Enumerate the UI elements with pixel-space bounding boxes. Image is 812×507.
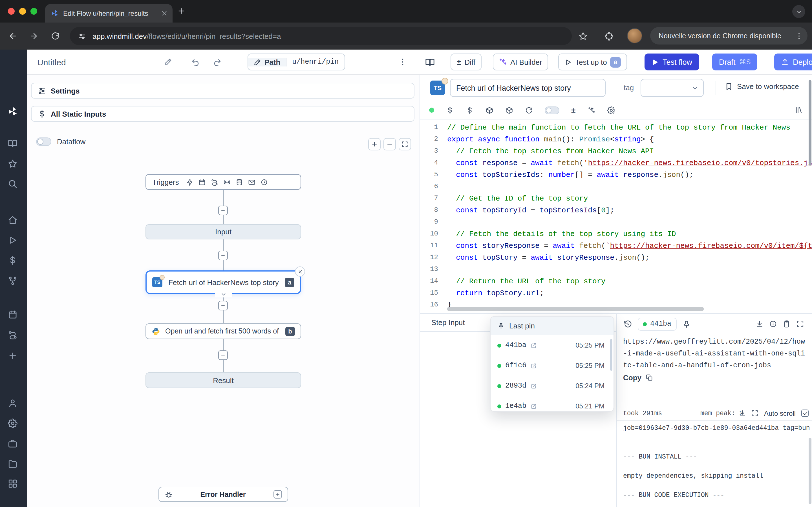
collapse-step-icon[interactable] <box>215 291 232 297</box>
code-editor[interactable]: 1// Define the main function to fetch th… <box>420 120 812 313</box>
sidebar-item-settings[interactable] <box>8 418 17 428</box>
back-icon[interactable] <box>8 32 17 41</box>
code-line[interactable]: 7 // Get the ID of the top story <box>420 193 812 205</box>
window-close-button[interactable] <box>8 8 15 15</box>
window-zoom-button[interactable] <box>31 8 37 15</box>
code-line[interactable]: 14 // Return the URL of the top story <box>420 276 812 287</box>
ai-assistant-icon[interactable] <box>587 106 595 114</box>
test-flow-button[interactable]: Test flow <box>645 54 699 70</box>
pin-menu-item[interactable]: 2893d 05:24 PM <box>491 376 613 396</box>
draft-button[interactable]: Draft ⌘S <box>712 54 758 70</box>
page-scrollbar[interactable] <box>809 80 811 166</box>
profile-avatar[interactable] <box>627 28 642 43</box>
fit-view-button[interactable] <box>399 138 411 151</box>
http-route-trigger-icon[interactable] <box>211 178 218 186</box>
window-minimize-button[interactable] <box>19 8 26 15</box>
pin-menu-item[interactable]: 6f1c6 05:25 PM <box>491 355 613 376</box>
webhook-trigger-icon[interactable] <box>186 178 193 186</box>
chrome-update-button[interactable]: Nouvelle version de Chrome disponible <box>650 27 808 45</box>
editor-hscrollbar[interactable] <box>447 307 704 311</box>
static-inputs-row[interactable]: All Static Inputs <box>31 106 414 122</box>
external-link-icon[interactable] <box>530 383 537 389</box>
ai-builder-button[interactable]: AI Builder <box>493 54 548 70</box>
sidebar-item-workers[interactable] <box>8 439 17 448</box>
tab-search-button[interactable] <box>792 5 805 18</box>
sidebar-item-runs[interactable] <box>8 235 17 245</box>
plus-minus-icon[interactable]: ± <box>571 106 575 115</box>
logs-scrollbar[interactable] <box>809 438 811 504</box>
code-line[interactable]: 15 return topStory.url; <box>420 287 812 299</box>
bookmark-star-icon[interactable] <box>578 32 588 41</box>
add-error-handler-icon[interactable] <box>273 490 282 499</box>
sidebar-item-home[interactable] <box>8 215 17 225</box>
pin-menu-item[interactable]: 441ba 05:25 PM <box>491 335 613 355</box>
extensions-icon[interactable] <box>605 32 613 41</box>
more-options-icon[interactable] <box>398 54 407 70</box>
diff-button[interactable]: ± Diff <box>451 54 481 70</box>
result-node[interactable]: Result <box>146 372 301 388</box>
auto-scroll-checkbox[interactable] <box>801 409 809 417</box>
expand-logs-icon[interactable] <box>751 409 758 417</box>
tab-step-input[interactable]: Step Input <box>432 318 465 327</box>
path-button[interactable]: Path <box>248 58 287 66</box>
sidebar-item-docs[interactable] <box>8 138 17 148</box>
dataflow-toggle[interactable] <box>36 137 51 146</box>
browser-menu-icon[interactable] <box>795 32 803 40</box>
sidebar-item-resources[interactable] <box>8 276 17 286</box>
path-value[interactable]: u/henri/pin <box>287 58 344 66</box>
email-trigger-icon[interactable] <box>248 178 255 186</box>
expand-result-icon[interactable] <box>796 320 804 328</box>
save-to-workspace-button[interactable]: Save to workspace <box>725 82 799 91</box>
poll-trigger-icon[interactable] <box>260 178 268 186</box>
test-up-to-button[interactable]: Test up to a <box>558 54 627 70</box>
new-tab-button[interactable] <box>177 7 186 15</box>
error-handler-node[interactable]: Error Handler <box>158 487 288 502</box>
tag-select[interactable] <box>641 79 704 97</box>
input-node[interactable]: Input <box>146 224 301 239</box>
assistant-panel-icon[interactable] <box>795 106 803 114</box>
flow-settings-row[interactable]: Settings <box>31 83 414 99</box>
code-line[interactable]: 12 const topStory = await storyResponse.… <box>420 252 812 264</box>
sidebar-item-favorites[interactable] <box>8 159 17 168</box>
history-icon[interactable] <box>624 320 632 328</box>
postgres-trigger-icon[interactable] <box>236 178 243 186</box>
code-line[interactable]: 4 const response = await fetch('https://… <box>420 157 812 169</box>
script-library-icon[interactable] <box>486 106 493 114</box>
reload-icon[interactable] <box>51 32 60 41</box>
address-bar[interactable]: app.windmill.dev/flows/edit/u/henri/pin_… <box>70 27 572 45</box>
step-b-node[interactable]: Open url and fetch first 500 words of ..… <box>146 323 301 339</box>
sidebar-item-users[interactable] <box>8 398 17 408</box>
code-line[interactable]: 6 <box>420 181 812 193</box>
code-line[interactable]: 10 // Fetch the details of the top story… <box>420 228 812 240</box>
diff-mode-toggle[interactable] <box>545 106 559 114</box>
deploy-button[interactable]: Deploy <box>774 54 812 70</box>
websocket-trigger-icon[interactable] <box>223 178 231 186</box>
sidebar-item-apps[interactable] <box>8 479 17 489</box>
triggers-node[interactable]: Triggers <box>146 174 301 190</box>
code-line[interactable]: 1// Define the main function to fetch th… <box>420 122 812 133</box>
code-line[interactable]: 3 // Fetch the top stories from Hacker N… <box>420 145 812 157</box>
add-step-button[interactable] <box>218 301 228 311</box>
flow-title[interactable]: Untitled <box>37 54 66 70</box>
popup-scrollbar[interactable] <box>610 339 612 371</box>
result-value[interactable]: https://www.geoffreylitt.com/2025/04/12/… <box>623 336 807 372</box>
code-line[interactable]: 13 <box>420 264 812 276</box>
code-line[interactable]: 11 const storyResponse = await fetch(`ht… <box>420 240 812 252</box>
editor-settings-icon[interactable] <box>607 106 615 114</box>
job-badge[interactable]: 441ba <box>638 318 676 330</box>
step-title-input[interactable] <box>450 79 606 97</box>
copy-result-icon[interactable] <box>783 320 791 328</box>
remove-step-icon[interactable] <box>295 267 305 277</box>
variable-picker-icon[interactable] <box>446 106 454 114</box>
browser-tab[interactable]: Edit Flow u/henri/pin_results <box>45 4 172 22</box>
add-step-button[interactable] <box>218 251 228 260</box>
last-pin-menu-item[interactable]: Last pin <box>491 317 613 335</box>
code-line[interactable]: 5 const topStoriesIds: number[] = await … <box>420 169 812 181</box>
sidebar-item-schedules[interactable] <box>8 310 17 320</box>
sidebar-item-folders[interactable] <box>8 459 17 469</box>
external-link-icon[interactable] <box>530 362 537 369</box>
download-result-icon[interactable] <box>756 320 763 328</box>
docs-icon[interactable] <box>425 54 435 70</box>
add-step-button[interactable] <box>218 206 228 215</box>
external-link-icon[interactable] <box>530 342 537 348</box>
